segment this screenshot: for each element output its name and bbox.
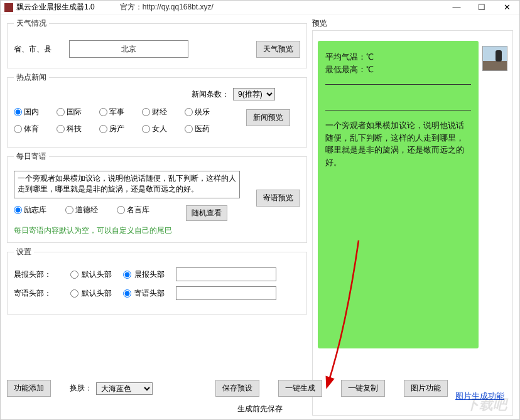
jiyuhead-input[interactable] (176, 286, 276, 300)
news-category-军事[interactable]: 军事 (99, 107, 142, 117)
skin-select[interactable]: 大海蓝色 (96, 382, 153, 395)
preview-temp-range: 最低最高：℃ (325, 63, 471, 76)
app-window: 飘云企业晨报生成器1.0 官方：http://qy.qq168bt.xyz/ —… (0, 0, 520, 420)
news-category-医药[interactable]: 医药 (185, 124, 227, 134)
news-categories: 国内国际军事财经娱乐体育科技房产女人医药 (14, 107, 246, 141)
preview-divider-2 (325, 110, 471, 110)
maximize-button[interactable]: ☐ (469, 3, 494, 12)
news-category-国内[interactable]: 国内 (14, 107, 57, 117)
add-function-button[interactable]: 功能添加 (7, 380, 51, 397)
news-category-女人[interactable]: 女人 (142, 124, 185, 134)
morning-label: 晨报头部： (14, 269, 59, 280)
preview-temp-avg: 平均气温：℃ (325, 51, 471, 63)
news-preview-button[interactable]: 新闻预览 (246, 109, 290, 126)
avatar (482, 46, 507, 71)
preview-divider-1 (325, 84, 471, 85)
settings-group: 设置 晨报头部： 默认头部 晨报头部 寄语头部： 默认头部 寄语头部 (7, 247, 307, 315)
morning-default-radio[interactable]: 默认头部 (70, 269, 112, 280)
jiyu-textarea[interactable] (14, 171, 240, 198)
app-title: 飘云企业晨报生成器1.0 (16, 2, 95, 13)
location-label: 省、市、县 (14, 44, 64, 55)
image-gen-link[interactable]: 图片生成功能 (455, 390, 504, 402)
save-hint: 生成前先保存 (237, 404, 283, 414)
news-category-房产[interactable]: 房产 (99, 124, 142, 134)
news-category-体育[interactable]: 体育 (14, 124, 57, 134)
news-count-select[interactable]: 9(推荐) (233, 88, 275, 100)
copy-button[interactable]: 一键复制 (341, 380, 385, 397)
app-body: 天气情况 省、市、县 天气预览 热点新闻 新闻条数： 9(推荐) (1, 14, 519, 419)
preview-legend: 预览 (312, 18, 513, 29)
morning-custom-radio[interactable]: 晨报头部 (123, 269, 165, 280)
settings-legend: 设置 (14, 247, 34, 257)
jiyu-source-名言库[interactable]: 名言库 (117, 205, 168, 215)
chat-bubble: 平均气温：℃ 最低最高：℃ 一个旁观者如果横加议论，说明他说话随便，乱下判断，这… (318, 41, 479, 348)
left-column: 天气情况 省、市、县 天气预览 热点新闻 新闻条数： 9(推荐) (7, 18, 307, 416)
image-function-button[interactable]: 图片功能 (404, 380, 448, 397)
jiyu-source-道德经[interactable]: 道德经 (65, 205, 117, 215)
close-button[interactable]: ✕ (494, 3, 519, 12)
jiyu-sources: 励志库道德经名言库 (14, 205, 177, 222)
minimize-button[interactable]: — (444, 3, 469, 12)
news-category-国际[interactable]: 国际 (57, 107, 99, 117)
jiyu-random-button[interactable]: 随机查看 (186, 205, 227, 221)
preview-quote: 一个旁观者如果横加议论，说明他说话随便，乱下判断，这样的人走到哪里，哪里就是是非… (325, 119, 471, 168)
jiyu-legend: 每日寄语 (14, 151, 49, 162)
generate-button[interactable]: 一键生成 (278, 380, 322, 397)
news-group: 热点新闻 新闻条数： 9(推荐) 国内国际军事财经娱乐体育科技房产女人医药 新闻… (7, 72, 307, 148)
bottom-bar: 功能添加 换肤： 大海蓝色 保存预设 一键生成 一键复制 图片功能 (7, 380, 513, 397)
news-legend: 热点新闻 (14, 72, 49, 83)
location-input[interactable] (69, 40, 188, 58)
jiyu-hint: 每日寄语内容默认为空，可以自定义自己的尾巴 (14, 225, 300, 236)
skin-label: 换肤： (70, 383, 92, 394)
jiyu-source-励志库[interactable]: 励志库 (14, 205, 65, 215)
app-icon (4, 3, 13, 12)
right-column: 预览 平均气温：℃ 最低最高：℃ 一个旁观者如果横加议论，说明他说话随便，乱下判… (312, 18, 513, 416)
save-preset-button[interactable]: 保存预设 (215, 380, 259, 397)
news-category-财经[interactable]: 财经 (142, 107, 185, 117)
jiyu-group: 每日寄语 励志库道德经名言库 随机查看 寄语预览 每日寄语内容默认为空，可以自定… (7, 151, 307, 243)
preview-box: 平均气温：℃ 最低最高：℃ 一个旁观者如果横加议论，说明他说话随便，乱下判断，这… (312, 30, 513, 416)
window-controls: — ☐ ✕ (444, 3, 519, 12)
jiyuhead-custom-radio[interactable]: 寄语头部 (123, 288, 165, 299)
jiyu-preview-button[interactable]: 寄语预览 (256, 190, 300, 207)
morning-input[interactable] (176, 267, 276, 281)
news-category-娱乐[interactable]: 娱乐 (185, 107, 227, 117)
weather-legend: 天气情况 (14, 18, 49, 29)
titlebar: 飘云企业晨报生成器1.0 官方：http://qy.qq168bt.xyz/ —… (1, 1, 519, 14)
news-category-科技[interactable]: 科技 (57, 124, 99, 134)
jiyuhead-label: 寄语头部： (14, 288, 59, 299)
jiyuhead-default-radio[interactable]: 默认头部 (70, 288, 112, 299)
weather-preview-button[interactable]: 天气预览 (256, 41, 300, 58)
official-url: 官方：http://qy.qq168bt.xyz/ (120, 2, 214, 13)
news-count-label: 新闻条数： (192, 89, 229, 100)
weather-group: 天气情况 省、市、县 天气预览 (7, 18, 307, 68)
